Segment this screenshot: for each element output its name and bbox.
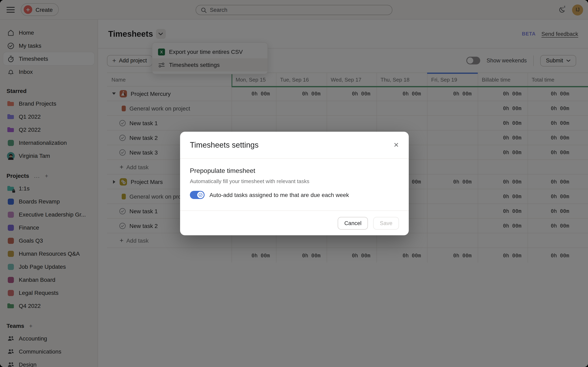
prepopulate-section-description: Automatically fill your timesheet with r… bbox=[190, 178, 399, 184]
app-window: + Create Search zz IJ Home My tasks Ti bbox=[0, 0, 588, 367]
modal-header: Timesheets settings ✕ bbox=[180, 132, 409, 159]
stage: + Create Search zz IJ Home My tasks Ti bbox=[0, 0, 588, 367]
auto-add-toggle-row: Auto-add tasks assigned to me that are d… bbox=[190, 191, 399, 199]
auto-add-toggle[interactable] bbox=[190, 191, 205, 199]
auto-add-toggle-label: Auto-add tasks assigned to me that are d… bbox=[209, 192, 349, 198]
toggle-knob bbox=[197, 192, 204, 198]
modal-body: Prepopulate timesheet Automatically fill… bbox=[180, 159, 409, 210]
prepopulate-section-title: Prepopulate timesheet bbox=[190, 167, 399, 175]
modal-title: Timesheets settings bbox=[190, 141, 259, 150]
cancel-button[interactable]: Cancel bbox=[338, 217, 368, 229]
save-button[interactable]: Save bbox=[373, 217, 399, 229]
modal-footer: Cancel Save bbox=[180, 210, 409, 235]
timesheets-settings-modal: Timesheets settings ✕ Prepopulate timesh… bbox=[180, 132, 409, 235]
close-icon[interactable]: ✕ bbox=[393, 142, 399, 148]
